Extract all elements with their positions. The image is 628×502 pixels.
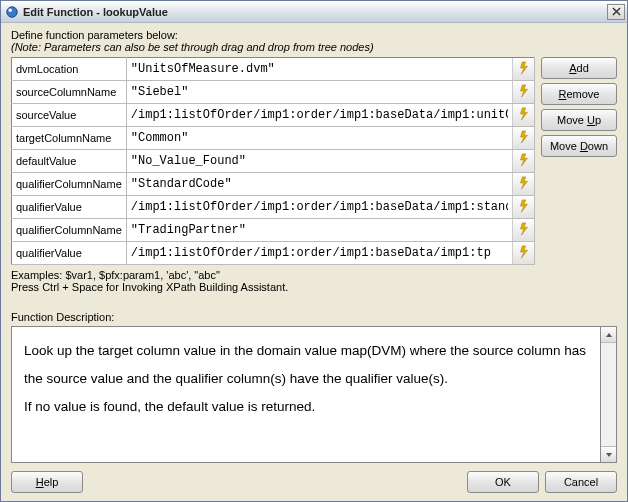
param-row: qualifierColumnName <box>12 219 535 242</box>
parameter-table: dvmLocationsourceColumnNamesourceValueta… <box>11 57 535 265</box>
move-up-button[interactable]: Move Up <box>541 109 617 131</box>
flashlight-icon <box>517 130 531 146</box>
flashlight-icon <box>517 84 531 100</box>
svg-point-0 <box>7 6 18 17</box>
param-value-input[interactable] <box>127 150 512 172</box>
description-text: Look up the target column value in the d… <box>11 326 601 463</box>
param-row: qualifierValue <box>12 196 535 219</box>
param-name[interactable]: dvmLocation <box>12 58 127 81</box>
examples-hint: Examples: $var1, $pfx:param1, 'abc', "ab… <box>11 269 617 281</box>
scroll-up-arrow[interactable] <box>601 327 616 343</box>
intro-line2: (Note: Parameters can also be set throug… <box>11 41 617 53</box>
param-value-input[interactable] <box>127 104 512 126</box>
close-icon <box>612 7 621 16</box>
description-scrollbar[interactable] <box>601 326 617 463</box>
param-name[interactable]: qualifierColumnName <box>12 219 127 242</box>
dialog-footer: Help OK Cancel <box>11 463 617 493</box>
dialog-window: Edit Function - lookupValue Define funct… <box>0 0 628 502</box>
xpath-picker-button[interactable] <box>512 196 534 218</box>
param-name[interactable]: qualifierValue <box>12 196 127 219</box>
param-value-input[interactable] <box>127 242 512 264</box>
description-label: Function Description: <box>11 311 617 323</box>
description-wrap: Look up the target column value in the d… <box>11 326 617 463</box>
app-icon <box>5 5 19 19</box>
close-button[interactable] <box>607 4 625 20</box>
flashlight-icon <box>517 176 531 192</box>
param-value-cell <box>126 127 534 150</box>
param-name[interactable]: sourceValue <box>12 104 127 127</box>
scroll-down-arrow[interactable] <box>601 446 616 462</box>
param-row: sourceValue <box>12 104 535 127</box>
param-value-cell <box>126 173 534 196</box>
param-name[interactable]: defaultValue <box>12 150 127 173</box>
param-row: qualifierColumnName <box>12 173 535 196</box>
param-value-cell <box>126 150 534 173</box>
param-value-cell <box>126 81 534 104</box>
param-value-cell <box>126 196 534 219</box>
param-value-input[interactable] <box>127 196 512 218</box>
param-value-cell <box>126 242 534 265</box>
move-down-button[interactable]: Move Down <box>541 135 617 157</box>
chevron-down-icon <box>605 451 613 459</box>
param-row: qualifierValue <box>12 242 535 265</box>
xpath-picker-button[interactable] <box>512 173 534 195</box>
ok-button[interactable]: OK <box>467 471 539 493</box>
param-name[interactable]: targetColumnName <box>12 127 127 150</box>
param-row: dvmLocation <box>12 58 535 81</box>
param-value-input[interactable] <box>127 219 512 241</box>
param-name[interactable]: qualifierValue <box>12 242 127 265</box>
flashlight-icon <box>517 222 531 238</box>
ctrl-space-hint: Press Ctrl + Space for Invoking XPath Bu… <box>11 281 617 293</box>
xpath-picker-button[interactable] <box>512 150 534 172</box>
param-row: sourceColumnName <box>12 81 535 104</box>
xpath-picker-button[interactable] <box>512 127 534 149</box>
chevron-up-icon <box>605 331 613 339</box>
flashlight-icon <box>517 153 531 169</box>
titlebar: Edit Function - lookupValue <box>1 1 627 23</box>
param-value-input[interactable] <box>127 58 512 80</box>
add-button[interactable]: Add <box>541 57 617 79</box>
remove-button[interactable]: Remove <box>541 83 617 105</box>
param-value-cell <box>126 58 534 81</box>
flashlight-icon <box>517 61 531 77</box>
param-value-input[interactable] <box>127 81 512 103</box>
help-button[interactable]: Help <box>11 471 83 493</box>
intro-line1: Define function parameters below: <box>11 29 617 41</box>
flashlight-icon <box>517 199 531 215</box>
xpath-picker-button[interactable] <box>512 104 534 126</box>
param-value-input[interactable] <box>127 173 512 195</box>
xpath-picker-button[interactable] <box>512 219 534 241</box>
param-name[interactable]: sourceColumnName <box>12 81 127 104</box>
parameter-area: dvmLocationsourceColumnNamesourceValueta… <box>11 57 617 265</box>
window-title: Edit Function - lookupValue <box>23 6 607 18</box>
param-name[interactable]: qualifierColumnName <box>12 173 127 196</box>
content-area: Define function parameters below: (Note:… <box>1 23 627 501</box>
flashlight-icon <box>517 245 531 261</box>
xpath-picker-button[interactable] <box>512 58 534 80</box>
param-value-cell <box>126 104 534 127</box>
param-value-cell <box>126 219 534 242</box>
xpath-picker-button[interactable] <box>512 81 534 103</box>
param-row: defaultValue <box>12 150 535 173</box>
svg-point-1 <box>9 8 13 12</box>
flashlight-icon <box>517 107 531 123</box>
param-value-input[interactable] <box>127 127 512 149</box>
cancel-button[interactable]: Cancel <box>545 471 617 493</box>
xpath-picker-button[interactable] <box>512 242 534 264</box>
param-row: targetColumnName <box>12 127 535 150</box>
side-buttons: Add Remove Move Up Move Down <box>541 57 617 157</box>
